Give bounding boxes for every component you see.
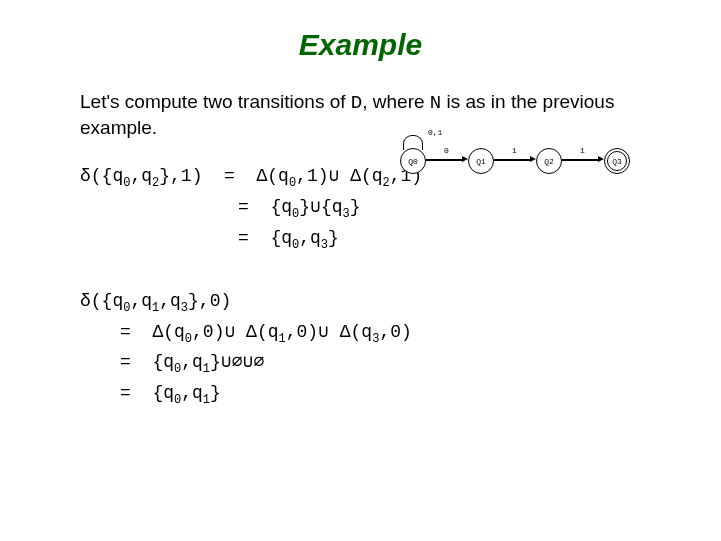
state-q1-label: Q1 bbox=[476, 157, 486, 166]
edge-q0-q1-line bbox=[426, 159, 464, 161]
eq2-eq1: = bbox=[120, 322, 131, 342]
eq2-a0: 0 bbox=[185, 331, 192, 345]
eq1-eq2: = bbox=[238, 197, 249, 217]
edge-q1-q2-line bbox=[494, 159, 532, 161]
eq2-row3: = {q0,q1} bbox=[80, 379, 641, 410]
edge-q2-q3-line bbox=[562, 159, 600, 161]
eq2-m2: ,q bbox=[159, 291, 181, 311]
eq1-mid: ,q bbox=[130, 166, 152, 186]
intro-D: D bbox=[351, 92, 362, 114]
state-q2-label: Q2 bbox=[544, 157, 554, 166]
equation-block-2: δ({q0,q1,q3},0) = Δ(q0,0)∪ Δ(q1,0)∪ Δ(q3… bbox=[80, 287, 641, 410]
eq2-r2o: {q bbox=[152, 352, 174, 372]
eq1-row2: = {q0}∪{q3} bbox=[80, 193, 641, 224]
state-q3-label: Q3 bbox=[612, 157, 622, 166]
loop-label: 0,1 bbox=[428, 128, 442, 137]
slide-title: Example bbox=[80, 28, 641, 62]
eq2-r3o: {q bbox=[152, 383, 174, 403]
eq2-DB: Δ(q bbox=[246, 322, 278, 342]
state-q3: Q3 bbox=[604, 148, 630, 174]
eq2-r2m: ,q bbox=[181, 352, 203, 372]
eq2-s3: 3 bbox=[181, 300, 188, 314]
eq1-r3m: ,q bbox=[299, 228, 321, 248]
automaton-diagram: 0,1 Q0 0 Q1 1 Q2 1 Q3 bbox=[400, 140, 700, 190]
intro-mid: , where bbox=[362, 91, 430, 112]
eq2-r3m: ,q bbox=[181, 383, 203, 403]
eq2-empty2: ∅ bbox=[253, 352, 264, 372]
eq2-r3c: } bbox=[210, 383, 221, 403]
eq2-close: },0) bbox=[188, 291, 231, 311]
eq1-cup2: ∪ bbox=[310, 197, 321, 217]
eq1-DB: Δ(q bbox=[350, 166, 382, 186]
eq1-b2: 2 bbox=[383, 176, 390, 190]
eq2-delta: δ bbox=[80, 291, 91, 311]
eq1-open: ({q bbox=[91, 166, 123, 186]
eq2-cEnd: ,0) bbox=[379, 322, 411, 342]
eq2-r2c: } bbox=[210, 352, 221, 372]
eq1-eq1: = bbox=[224, 166, 235, 186]
eq2-r2s1: 1 bbox=[203, 362, 210, 376]
eq1-r3c: } bbox=[328, 228, 339, 248]
eq1-r2c2: } bbox=[350, 197, 361, 217]
eq2-bEnd: ,0) bbox=[286, 322, 318, 342]
eq2-row2: = {q0,q1}∪∅∪∅ bbox=[80, 348, 641, 379]
intro-prefix: Let's compute two transitions of bbox=[80, 91, 351, 112]
slide: Example Let's compute two transitions of… bbox=[0, 0, 721, 541]
eq2-cup1: ∪ bbox=[224, 322, 235, 342]
state-q1: Q1 bbox=[468, 148, 494, 174]
eq1-eq3: = bbox=[238, 228, 249, 248]
eq1-row3: = {q0,q3} bbox=[80, 224, 641, 255]
eq1-close: },1) bbox=[159, 166, 202, 186]
eq2-cup4: ∪ bbox=[243, 352, 254, 372]
eq2-cup2: ∪ bbox=[318, 322, 329, 342]
eq2-aEnd: ,0) bbox=[192, 322, 224, 342]
edge-q1-q2-label: 1 bbox=[512, 146, 517, 155]
eq2-r3s1: 1 bbox=[203, 393, 210, 407]
eq1-aEnd: ,1) bbox=[296, 166, 328, 186]
eq1-DA: Δ(q bbox=[256, 166, 288, 186]
eq1-delta: δ bbox=[80, 166, 91, 186]
state-q0-label: Q0 bbox=[408, 157, 418, 166]
eq2-DA: Δ(q bbox=[152, 322, 184, 342]
state-q0: Q0 bbox=[400, 148, 426, 174]
edge-q2-q3-label: 1 bbox=[580, 146, 585, 155]
eq2-b1: 1 bbox=[279, 331, 286, 345]
state-q2: Q2 bbox=[536, 148, 562, 174]
eq2-eq3: = bbox=[120, 383, 131, 403]
eq2-DC: Δ(q bbox=[340, 322, 372, 342]
eq1-r2o: {q bbox=[270, 197, 292, 217]
eq2-eq2: = bbox=[120, 352, 131, 372]
eq2-cup3: ∪ bbox=[221, 352, 232, 372]
eq1-r3s3: 3 bbox=[321, 238, 328, 252]
eq1-a0: 0 bbox=[289, 176, 296, 190]
edge-q0-q1-label: 0 bbox=[444, 146, 449, 155]
eq2-row0: δ({q0,q1,q3},0) bbox=[80, 287, 641, 318]
eq1-r2c: } bbox=[299, 197, 310, 217]
eq1-cup1: ∪ bbox=[329, 166, 340, 186]
eq1-r2o2: {q bbox=[321, 197, 343, 217]
eq1-r3o: {q bbox=[270, 228, 292, 248]
eq1-r2s3: 3 bbox=[343, 207, 350, 221]
eq2-m1: ,q bbox=[130, 291, 152, 311]
eq2-open: ({q bbox=[91, 291, 123, 311]
eq2-row1: = Δ(q0,0)∪ Δ(q1,0)∪ Δ(q3,0) bbox=[80, 318, 641, 349]
intro-N: N bbox=[430, 92, 441, 114]
intro-text: Let's compute two transitions of D, wher… bbox=[80, 90, 641, 140]
eq2-empty1: ∅ bbox=[232, 352, 243, 372]
